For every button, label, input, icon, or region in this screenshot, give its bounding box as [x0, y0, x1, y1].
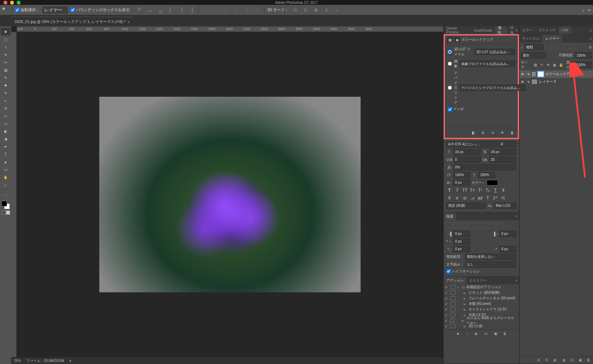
tab-swatches[interactable]: スウォッチ	[536, 26, 559, 34]
close-tab-icon[interactable]: ×	[128, 20, 130, 24]
hyphenation-checkbox[interactable]: ハイフネーション	[446, 269, 480, 274]
brush-tool[interactable]: ✎	[1, 89, 10, 97]
tab-guideguide[interactable]: GuideGuide	[471, 26, 495, 34]
space-after-input[interactable]	[500, 246, 516, 252]
radio-abstract[interactable]	[448, 62, 452, 66]
strikethrough-icon[interactable]: T̶	[500, 187, 506, 193]
faux-italic-icon[interactable]: T	[454, 187, 460, 193]
action-item[interactable]: ✓▸フレームチャンネル (50 pixel)	[444, 295, 519, 301]
tab-channels[interactable]: チャンネル	[519, 35, 542, 42]
stylistic-alternates-icon[interactable]: st	[462, 195, 468, 201]
blend-mode-select[interactable]: 通常	[521, 52, 546, 58]
swash-icon[interactable]: 𝒜	[469, 195, 476, 201]
font-family-select[interactable]: A P-OTF A1ゴシッ...	[446, 141, 498, 148]
healing-brush-tool[interactable]: ✚	[1, 81, 10, 89]
indent-left-input[interactable]	[453, 231, 470, 237]
gradient-tool[interactable]: ▭	[1, 120, 10, 127]
type-tool[interactable]: T	[1, 150, 10, 158]
indent-first-input[interactable]	[453, 238, 470, 245]
fill-input[interactable]: 100%	[575, 62, 592, 68]
opacity-input[interactable]: 100%	[575, 52, 592, 58]
delete-adjustment-icon[interactable]: 🗑	[509, 129, 516, 136]
3d-slide-icon[interactable]: ⇕	[323, 6, 330, 14]
layer-style-icon[interactable]: fx	[544, 357, 550, 363]
clip-to-layer-icon[interactable]: ◧	[470, 129, 477, 136]
document-tab[interactable]: 0326_01.jpg @ 25% (カラールックアップ 1, レイヤーマスク/…	[11, 17, 133, 26]
panel-menu-icon[interactable]: ≡	[516, 214, 518, 218]
small-caps-icon[interactable]: Tᴛ	[469, 187, 476, 193]
kerning-input[interactable]: 0	[453, 157, 481, 163]
lasso-tool[interactable]: ⌇	[1, 43, 10, 51]
lock-artboard-icon[interactable]: ▣	[552, 62, 557, 68]
lock-all-icon[interactable]: 🔒	[559, 62, 564, 68]
action-item[interactable]: ✓▸ビネット (選択範囲)	[444, 290, 519, 295]
filter-smart-icon[interactable]	[570, 44, 576, 50]
tsume-input[interactable]: 0%	[453, 164, 516, 171]
3d-scale-icon[interactable]: ⤢	[333, 6, 341, 14]
clone-stamp-tool[interactable]: ⎌	[1, 97, 10, 104]
kinsoku-select[interactable]: 禁則を使用しない	[465, 254, 516, 260]
align-left-text-icon[interactable]	[446, 222, 453, 229]
pen-tool[interactable]: ✒	[1, 143, 10, 150]
quick-select-tool[interactable]: ✎	[1, 51, 10, 58]
tab-actions[interactable]: アクション	[444, 277, 467, 284]
tracking-input[interactable]: 20	[489, 157, 517, 163]
layer-name[interactable]: レイヤー 0	[539, 79, 556, 84]
tab-color[interactable]: カラー	[519, 26, 536, 34]
status-arrow-icon[interactable]: ▸	[70, 359, 71, 363]
tab-history[interactable]: ヒストリー	[467, 277, 490, 284]
panel-menu-icon[interactable]: ≡	[590, 29, 592, 32]
foreground-color[interactable]	[1, 201, 7, 206]
layer-mask-icon[interactable]: ◐	[552, 357, 558, 363]
3d-pan-icon[interactable]: ✥	[312, 6, 320, 14]
justify-all-icon[interactable]	[496, 222, 503, 229]
half-icon[interactable]: ½	[500, 195, 506, 201]
toggle-visibility-icon[interactable]: 👁	[499, 129, 506, 136]
lock-position-icon[interactable]: ✥	[546, 62, 551, 68]
tab-properties[interactable]: 属性	[495, 26, 507, 34]
file-info[interactable]: ファイル：28.6M/28.6M	[26, 358, 64, 363]
zoom-tool[interactable]: ⌕	[1, 181, 10, 189]
devicelink-profile-select[interactable]: デバイスリンクプロファイルを読み...	[460, 85, 525, 91]
mojikumi-select[interactable]: なし	[465, 261, 516, 268]
antialias-select[interactable]: Mac LCD	[494, 203, 516, 209]
canvas-viewport[interactable]	[17, 32, 443, 357]
close-window-button[interactable]	[3, 1, 7, 5]
color-swatches[interactable]	[1, 201, 10, 209]
layer-mask-thumb[interactable]	[538, 71, 544, 77]
marquee-tool[interactable]: ⬚	[1, 35, 10, 43]
auto-select-target[interactable]: レイヤー	[43, 7, 68, 14]
filter-search-icon[interactable]: ⌕	[521, 45, 523, 49]
horz-scale-input[interactable]	[478, 172, 495, 178]
radio-devicelink[interactable]	[448, 86, 452, 90]
panel-menu-icon[interactable]: ≡	[590, 37, 592, 41]
link-layers-icon[interactable]: ⧉	[535, 357, 541, 363]
path-select-tool[interactable]: ▲	[1, 158, 10, 166]
layer-thumb[interactable]	[531, 71, 536, 77]
filter-toggle-switch[interactable]: ⊙	[589, 45, 592, 49]
show-bounding-box-checkbox[interactable]: バウンディングボックスを表示	[70, 7, 130, 13]
minimize-window-button[interactable]	[10, 1, 14, 5]
new-adjustment-icon[interactable]: ◑	[560, 357, 567, 363]
panel-menu-icon[interactable]: ≡	[516, 29, 518, 32]
1st-icon[interactable]: 1ˢᵗ	[492, 195, 499, 201]
maximize-window-button[interactable]	[17, 1, 21, 5]
subscript-icon[interactable]: T₁	[485, 187, 491, 193]
font-size-input[interactable]: 16 px	[453, 149, 481, 155]
delete-action-icon[interactable]: 🗑	[502, 331, 508, 337]
crop-tool[interactable]: ✂	[1, 58, 10, 66]
action-item[interactable]: ✓▸カスタム RGB からグレースケールへ	[444, 318, 519, 323]
layer-name[interactable]: カラールックアップ 1	[545, 72, 579, 77]
record-action-icon[interactable]: ●	[464, 331, 470, 337]
layer-list[interactable]: 👁✎カラールックアップ 1👁✎レイヤー 0	[519, 70, 593, 356]
old-style-icon[interactable]: σ	[454, 195, 460, 201]
tab-paragraph[interactable]: 段落	[444, 213, 456, 220]
leading-input[interactable]: 24 px	[489, 149, 517, 155]
justify-center-icon[interactable]	[481, 222, 487, 229]
new-set-icon[interactable]: 🗀	[483, 331, 489, 337]
align-right-text-icon[interactable]	[462, 222, 468, 229]
visibility-icon[interactable]: 👁	[521, 72, 526, 76]
action-set[interactable]: ✓▿🗀初期設定のアクション	[444, 284, 519, 290]
screen-mode-icon[interactable]: ▭	[587, 8, 591, 12]
text-color-swatch[interactable]	[487, 180, 498, 185]
